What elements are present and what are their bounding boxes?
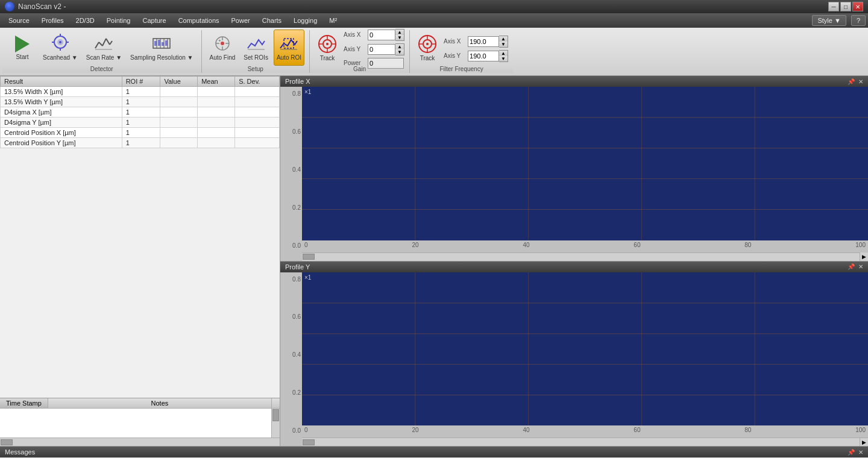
timestamp-tab[interactable]: Time Stamp [0, 398, 48, 408]
start-button[interactable]: Start [7, 28, 37, 67]
col-value: Value [160, 77, 198, 87]
svg-line-8 [99, 42, 102, 46]
result-mean [198, 107, 235, 118]
filter-track-button[interactable]: Track [415, 30, 440, 66]
filter-axis-y-up[interactable]: ▲ [499, 51, 508, 56]
style-button[interactable]: Style ▼ [812, 15, 846, 26]
table-row: D4sigma X [µm] 1 [1, 107, 280, 118]
notes-body[interactable] [0, 409, 271, 438]
svg-point-27 [221, 42, 224, 45]
svg-rect-20 [162, 42, 164, 46]
filter-axis-x-down[interactable]: ▼ [499, 42, 508, 47]
notes-hscrollbar[interactable] [0, 438, 280, 446]
filter-axis-y-row: Axis Y ▲ ▼ [444, 50, 508, 62]
col-sdev: S. Dev. [235, 77, 280, 87]
result-name: D4sigma Y [µm] [1, 118, 122, 128]
results-table: Result ROI # Value Mean S. Dev. 13.5% Wi… [0, 76, 280, 148]
auto-roi-button[interactable]: Auto ROI [274, 30, 304, 66]
menu-power[interactable]: Power [225, 16, 256, 25]
chart-y-pin-icon[interactable]: 📌 [848, 263, 855, 270]
menu-charts[interactable]: Charts [256, 16, 288, 25]
left-panel: Result ROI # Value Mean S. Dev. 13.5% Wi… [0, 76, 280, 446]
gain-axis-y-row: Axis Y ▲ ▼ [344, 43, 404, 55]
scan-rate-button[interactable]: Scan Rate ▼ [83, 30, 125, 66]
close-button[interactable]: ✕ [852, 2, 863, 11]
gain-axis-y-input[interactable] [368, 44, 395, 55]
filter-axis-y-down[interactable]: ▼ [499, 56, 508, 61]
chart-x-pin-icon[interactable]: 📌 [848, 78, 855, 85]
set-rois-button[interactable]: Set ROIs [241, 30, 271, 66]
menu-m2[interactable]: M² [323, 16, 343, 25]
table-row: D4sigma Y [µm] 1 [1, 118, 280, 128]
chart-y-icons: 📌 ✕ [848, 263, 863, 270]
gain-axis-x-spinbox[interactable]: ▲ ▼ [368, 29, 404, 41]
filter-axis-y-input[interactable] [468, 51, 499, 61]
messages-pin-icon[interactable]: 📌 [848, 449, 855, 456]
profile-x-grid [302, 87, 868, 240]
result-roi: 1 [122, 118, 160, 128]
menu-logging[interactable]: Logging [288, 16, 323, 25]
gain-axis-x-up[interactable]: ▲ [395, 30, 404, 35]
app-title: NanoScan v2 - [18, 2, 66, 11]
gain-axis-y-label: Axis Y [344, 46, 365, 52]
result-name: Centroid Position X [µm] [1, 128, 122, 138]
auto-find-icon: + [213, 34, 232, 53]
profile-y-hscroll-thumb[interactable] [303, 439, 315, 445]
profile-y-y-axis: 0.8 0.6 0.4 0.2 0.0 [280, 272, 302, 447]
gain-axis-x-down[interactable]: ▼ [395, 35, 404, 40]
col-mean: Mean [198, 77, 235, 87]
gain-axis-y-up[interactable]: ▲ [395, 44, 404, 49]
menu-capture[interactable]: Capture [137, 16, 172, 25]
profile-x-scroll-right[interactable]: ▶ [860, 253, 868, 261]
scan-rate-label: Scan Rate ▼ [86, 54, 122, 61]
menu-computations[interactable]: Computations [172, 16, 225, 25]
scanhead-button[interactable]: Scanhead ▼ [40, 30, 81, 66]
auto-find-button[interactable]: + Auto Find [207, 30, 239, 66]
minimize-button[interactable]: ─ [828, 2, 839, 11]
chart-y-close-icon[interactable]: ✕ [858, 263, 863, 270]
filter-axis-x-input[interactable] [468, 36, 499, 47]
filter-axis-x-label: Axis X [444, 38, 465, 45]
menu-profiles[interactable]: Profiles [36, 16, 70, 25]
profile-y-title: Profile Y [285, 263, 310, 271]
gain-track-button[interactable]: Track [315, 30, 340, 66]
sampling-resolution-button[interactable]: Sampling Resolution ▼ [127, 30, 196, 66]
filter-axis-y-spinbox[interactable]: ▲ ▼ [468, 50, 508, 62]
result-name: 13.5% Width Y [µm] [1, 97, 122, 107]
profile-x-y-axis: 0.8 0.6 0.4 0.2 0.0 [280, 87, 302, 261]
gain-axis-x-row: Axis X ▲ ▼ [344, 29, 404, 41]
help-button[interactable]: ? [851, 15, 866, 26]
profile-x-hscroll-thumb[interactable] [303, 254, 315, 260]
profile-x-hscrollbar[interactable]: ▶ [302, 253, 868, 261]
chart-x-close-icon[interactable]: ✕ [858, 78, 863, 85]
result-value [160, 97, 198, 107]
menu-2d3d[interactable]: 2D/3D [70, 16, 101, 25]
messages-close-icon[interactable]: ✕ [858, 449, 863, 456]
result-roi: 1 [122, 87, 160, 97]
maximize-button[interactable]: □ [840, 2, 851, 11]
filter-axis-x-spinbox[interactable]: ▲ ▼ [468, 36, 508, 48]
gain-axis-x-input[interactable] [368, 30, 395, 40]
profile-y-hscrollbar[interactable]: ▶ [302, 438, 868, 446]
notes-area: Time Stamp Notes [0, 398, 280, 446]
profile-x-canvas: ×1 [302, 87, 868, 240]
result-sdev [235, 87, 280, 97]
gain-axis-y-spinbox[interactable]: ▲ ▼ [368, 43, 404, 55]
messages-icons: 📌 ✕ [848, 449, 863, 456]
notes-body-wrap [0, 409, 280, 438]
result-name: Centroid Position Y [µm] [1, 138, 122, 148]
notes-hscroll-thumb[interactable] [1, 439, 13, 445]
result-name: 13.5% Width X [µm] [1, 87, 122, 97]
table-row: Centroid Position X [µm] 1 [1, 128, 280, 138]
filter-axis-x-up[interactable]: ▲ [499, 36, 508, 42]
notes-scrollbar[interactable] [271, 409, 280, 438]
result-sdev [235, 138, 280, 148]
scrollbar-thumb[interactable] [272, 409, 279, 421]
gain-axis-y-down[interactable]: ▼ [395, 49, 404, 55]
auto-find-label: Auto Find [210, 54, 236, 61]
scanhead-icon [51, 34, 70, 53]
menu-pointing[interactable]: Pointing [101, 16, 137, 25]
result-mean [198, 97, 235, 107]
profile-y-scroll-right[interactable]: ▶ [860, 438, 868, 447]
menu-source[interactable]: Source [2, 16, 36, 25]
